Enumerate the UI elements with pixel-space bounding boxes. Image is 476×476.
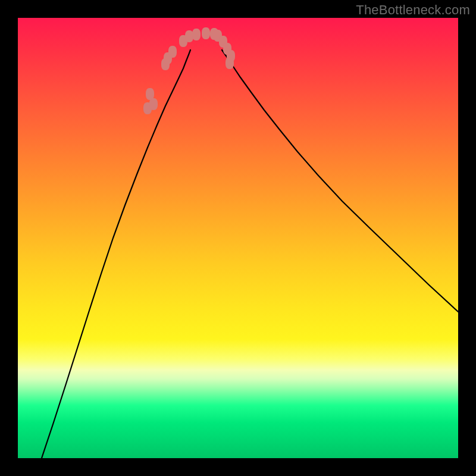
watermark-text: TheBottleneck.com [356,2,470,18]
marker-point [226,57,234,69]
marker-point [192,29,201,40]
data-markers [143,27,235,114]
marker-point [149,98,158,110]
curve-right-branch [222,50,458,312]
bottleneck-curve [42,50,458,458]
marker-point [168,46,177,58]
marker-point [185,30,193,42]
chart-frame: TheBottleneck.com [0,0,476,476]
marker-point [202,27,210,39]
gradient-plot-area [18,18,458,458]
curve-left-branch [42,50,190,458]
curve-layer [18,18,458,458]
marker-point [146,88,154,100]
